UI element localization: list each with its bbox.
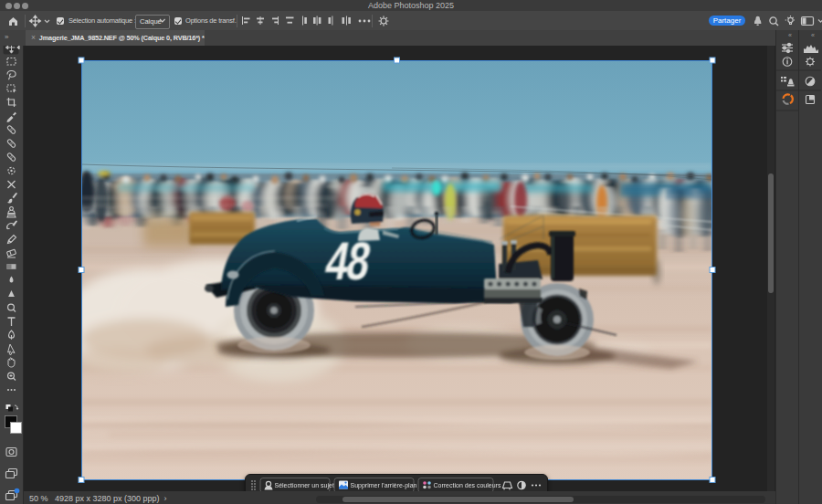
svg-text:Supprimer l'arrière-plan: Supprimer l'arrière-plan: [351, 482, 417, 489]
svg-text:«: «: [811, 32, 815, 38]
svg-text:«: «: [788, 32, 792, 38]
svg-text:Sélectionner un sujet: Sélectionner un sujet: [275, 482, 334, 489]
svg-text:Correction des couleurs: Correction des couleurs: [434, 482, 501, 488]
